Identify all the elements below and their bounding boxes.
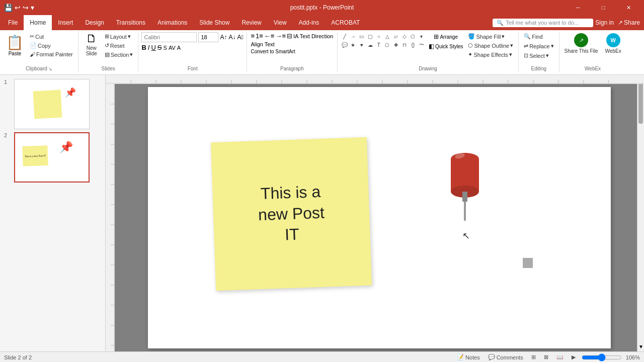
italic-button[interactable]: I — [148, 44, 150, 51]
char-spacing-button[interactable]: AV — [169, 45, 176, 51]
comments-button[interactable]: 💬 Comments — [486, 353, 525, 361]
tab-design[interactable]: Design — [79, 15, 110, 30]
notes-button[interactable]: 📝 Notes — [455, 353, 482, 361]
shape-fill-button[interactable]: 🪣 Shape Fill ▾ — [466, 32, 515, 41]
undo-icon[interactable]: ↩ — [15, 4, 21, 12]
tab-review[interactable]: Review — [235, 15, 267, 30]
arrow-shape[interactable]: → — [349, 32, 357, 40]
indent-decrease-button[interactable]: ←≡ — [264, 32, 275, 40]
shape-outline-dropdown[interactable]: ▾ — [510, 42, 513, 49]
webex-button[interactable]: W WebEx — [603, 32, 623, 55]
more-shapes[interactable]: ▾ — [418, 32, 426, 40]
col-button[interactable]: ⊟ — [287, 32, 292, 40]
callout-shape[interactable]: 💬 — [341, 41, 349, 49]
paste-button[interactable]: 📋 Paste — [3, 32, 27, 58]
clear-format-icon[interactable]: A⃝ — [237, 34, 243, 41]
brace-shape[interactable]: {} — [409, 41, 417, 49]
tab-slideshow[interactable]: Slide Show — [193, 15, 235, 30]
decrease-font-icon[interactable]: A↓ — [228, 34, 235, 41]
normal-view-button[interactable]: ⊞ — [529, 353, 538, 361]
tab-animations[interactable]: Animations — [151, 15, 193, 30]
rounded-rect-shape[interactable]: ▢ — [366, 32, 374, 40]
tab-addins[interactable]: Add-ins — [293, 15, 326, 30]
tab-home[interactable]: Home — [24, 15, 52, 30]
bullets-button[interactable]: ≡ — [251, 32, 255, 40]
slide-preview-2[interactable]: This is a new Post IT 📌 — [14, 132, 90, 183]
triangle-shape[interactable]: △ — [383, 32, 391, 40]
tab-transitions[interactable]: Transitions — [110, 15, 151, 30]
text-direction-button[interactable]: IA Text Direction — [293, 33, 333, 39]
tab-insert[interactable]: Insert — [52, 15, 79, 30]
slide-preview-1[interactable]: 📌 — [14, 79, 90, 129]
font-name-input[interactable] — [141, 32, 197, 42]
right-scrollbar[interactable]: ▲ ▼ — [637, 75, 644, 351]
hexagon-shape[interactable]: ⬡ — [383, 41, 391, 49]
minimize-button[interactable]: ─ — [567, 0, 590, 15]
reset-button[interactable]: ↺ Reset — [103, 41, 135, 50]
share-button[interactable]: ↗ Share — [618, 19, 640, 26]
tab-acrobat[interactable]: ACROBAT — [325, 15, 366, 30]
shape-effects-button[interactable]: ✦ Shape Effects ▾ — [466, 50, 515, 59]
indent-increase-button[interactable]: →≡ — [275, 32, 286, 40]
small-rect-shape[interactable] — [523, 258, 533, 268]
sign-in-button[interactable]: Sign in — [595, 19, 614, 26]
strikethrough-button[interactable]: S — [157, 44, 162, 51]
textbox-shape[interactable]: T — [375, 41, 383, 49]
ribbon-shape[interactable]: ⊓ — [400, 41, 409, 49]
format-painter-button[interactable]: 🖌 Format Painter — [28, 50, 75, 58]
line-shape[interactable]: ╱ — [341, 32, 349, 40]
layout-button[interactable]: ⊞ Layout ▾ — [103, 32, 135, 41]
convert-smartart-button[interactable]: Convert to SmartArt — [251, 49, 295, 54]
layout-dropdown[interactable]: ▾ — [128, 33, 131, 40]
customize-icon[interactable]: ▾ — [31, 4, 34, 12]
scrollbar-thumb[interactable] — [638, 83, 643, 124]
find-button[interactable]: 🔍 Find — [522, 32, 544, 41]
cut-button[interactable]: ✂ Cut — [28, 32, 75, 41]
select-dropdown[interactable]: ▾ — [546, 52, 549, 59]
close-button[interactable]: ✕ — [617, 0, 640, 15]
save-icon[interactable]: 💾 — [4, 4, 13, 12]
shape-outline-button[interactable]: ⬡ Shape Outline ▾ — [466, 41, 515, 50]
replace-dropdown[interactable]: ▾ — [551, 43, 554, 49]
shape-effects-dropdown[interactable]: ▾ — [509, 51, 512, 58]
pushpin[interactable] — [447, 145, 482, 225]
slide-thumb-2[interactable]: 2 This is a new Post IT 📌 — [4, 132, 101, 183]
font-size-input[interactable] — [198, 32, 218, 42]
slideshow-button[interactable]: ▶ — [570, 353, 578, 361]
rect-shape[interactable]: ▭ — [358, 32, 366, 40]
align-text-button[interactable]: Align Text — [251, 41, 275, 47]
wave-shape[interactable]: 〜 — [418, 41, 426, 49]
zoom-slider[interactable] — [582, 353, 622, 361]
text-shadow-button[interactable]: S — [164, 45, 167, 51]
share-this-file-button[interactable]: ↗ Share This File — [562, 32, 600, 55]
replace-button[interactable]: ⇌ Replace ▾ — [522, 42, 555, 50]
shape-fill-dropdown[interactable]: ▾ — [502, 33, 505, 40]
redo-icon[interactable]: ↪ — [23, 4, 29, 12]
tab-view[interactable]: View — [268, 15, 293, 30]
scrollbar-down[interactable]: ▼ — [637, 343, 644, 350]
underline-button[interactable]: U — [151, 44, 155, 51]
maximize-button[interactable]: □ — [592, 0, 615, 15]
postit-note[interactable]: This is a new Post IT — [211, 137, 372, 291]
clipboard-expand-icon[interactable]: ↘ — [48, 66, 52, 71]
arrange-button[interactable]: ⊞ Arrange — [427, 32, 465, 41]
search-box[interactable]: 🔍 Tell me what you want to do... — [493, 19, 593, 27]
slide-sorter-button[interactable]: ⊠ — [542, 353, 550, 361]
parallelogram-shape[interactable]: ▱ — [392, 32, 400, 40]
diamond-shape[interactable]: ◇ — [400, 32, 409, 40]
tab-file[interactable]: File — [2, 15, 24, 30]
select-button[interactable]: ⊡ Select ▾ — [522, 51, 551, 60]
copy-button[interactable]: 📄 Copy — [28, 41, 75, 50]
heart-shape[interactable]: ♥ — [358, 41, 366, 49]
section-dropdown[interactable]: ▾ — [130, 51, 133, 58]
text-color-button[interactable]: A — [177, 45, 181, 51]
section-button[interactable]: ▤ Section ▾ — [103, 50, 135, 59]
increase-font-icon[interactable]: A↑ — [220, 34, 227, 41]
slide-canvas[interactable]: This is a new Post IT — [148, 87, 611, 348]
numbering-button[interactable]: 1≡ — [256, 32, 263, 40]
bold-button[interactable]: B — [141, 44, 146, 51]
star-shape[interactable]: ★ — [349, 41, 357, 49]
pentagon-shape[interactable]: ⬠ — [409, 32, 417, 40]
new-slide-button[interactable]: 🗋 NewSlide — [82, 32, 102, 57]
oval-shape[interactable]: ○ — [375, 32, 383, 40]
